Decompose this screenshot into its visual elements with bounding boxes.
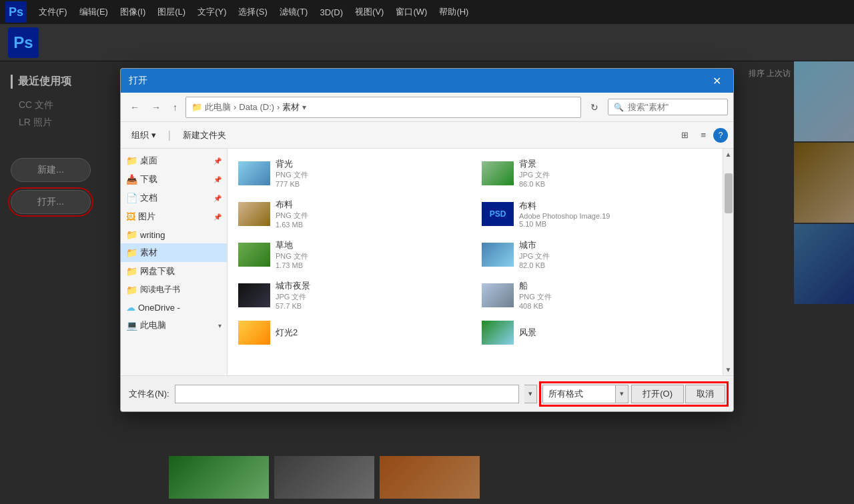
pin-icon-desktop: 📌 [214,157,222,165]
refresh-button[interactable]: ↻ [585,99,604,115]
netdisk-folder-icon: 📁 [126,266,137,277]
toolbar-right: ⊞ ≡ ? [677,127,728,143]
pics-folder-icon: 🖼 [126,211,135,222]
dialog-bottom: 文件名(N): ▾ 所有格式 ▾ 打开(O) 取消 [121,375,733,411]
desktop-folder-icon: 📁 [126,155,137,166]
menu-window[interactable]: 窗口(W) [390,3,432,21]
menu-3d[interactable]: 3D(D) [314,5,348,20]
search-input[interactable] [628,102,715,112]
file-item-beiguang[interactable]: 背光 PNG 文件 777 KB [233,154,474,192]
file-type-buliao1: PNG 文件 [276,211,468,221]
main-area: 最近使用项 CC 文件 LR 照片 新建... 打开... 排序 上次访 打开 … [0,61,854,504]
file-thumb-caodi [238,243,270,267]
filename-dropdown-button[interactable]: ▾ [524,385,537,403]
back-button[interactable]: ← [126,101,143,114]
file-type-yejing: JPG 文件 [276,292,468,302]
open-dialog: 打开 ✕ ← → ↑ 📁 此电脑 › Data (D:) › 素材 ▾ ↻ [120,68,734,412]
material-folder-icon: 📁 [126,247,137,258]
file-item-buliao2[interactable]: PSD 布料 Adobe Photoshop Image.19 5.10 MB [476,195,717,233]
file-size-caodi: 1.73 MB [276,261,468,269]
nav-label-download: 下载 [140,173,211,185]
new-folder-button[interactable]: 新建文件夹 [177,127,232,144]
file-info-fengjing: 风景 [519,327,712,339]
toolbar-separator: | [168,129,171,141]
address-dropdown-button[interactable]: ▾ [300,100,309,115]
menu-filter[interactable]: 滤镜(T) [274,3,314,21]
file-info-caodi: 草地 PNG 文件 1.73 MB [276,239,468,269]
scroll-up-arrow[interactable]: ▲ [723,149,734,160]
file-name-chuan: 船 [519,280,712,292]
file-name-buliao1: 布料 [276,199,468,211]
nav-item-docs[interactable]: 📄 文档 📌 [121,189,227,207]
file-thumb-yejing [238,283,270,307]
menu-text[interactable]: 文字(Y) [192,3,232,21]
writing-folder-icon: 📁 [126,229,137,240]
file-info-beiguang: 背光 PNG 文件 777 KB [276,158,468,188]
filename-label: 文件名(N): [129,388,169,400]
docs-folder-icon: 📄 [126,193,137,203]
file-item-dengguang[interactable]: 灯光2 [233,317,474,349]
forward-button[interactable]: → [147,101,165,114]
menu-view[interactable]: 视图(V) [350,3,389,21]
path-sep-1: › [234,102,236,112]
cancel-button[interactable]: 取消 [685,385,725,403]
up-button[interactable]: ↑ [169,101,181,114]
dialog-close-button[interactable]: ✕ [709,73,725,89]
search-box: 🔍 [608,99,728,115]
nav-item-download[interactable]: 📥 下载 📌 [121,170,227,189]
format-dropdown-button[interactable]: ▾ [616,385,628,403]
nav-item-onedrive[interactable]: ☁ OneDrive - [121,299,227,316]
menu-edit[interactable]: 编辑(E) [74,3,113,21]
file-thumb-fengjing [482,321,514,345]
nav-item-material[interactable]: 📁 素材 [121,243,227,262]
file-item-beijing[interactable]: 背景 JPG 文件 86.0 KB [476,154,717,192]
view-list-button[interactable]: ≡ [696,127,711,143]
address-path[interactable]: 📁 此电脑 › Data (D:) › 素材 ▾ [185,97,581,118]
file-info-buliao1: 布料 PNG 文件 1.63 MB [276,199,468,229]
path-part-1: 此电脑 [205,101,231,113]
scrollbar[interactable]: ▲ ▼ [723,149,733,375]
nav-item-writing[interactable]: 📁 writing [121,226,227,243]
file-item-chengshi[interactable]: 城市 JPG 文件 82.0 KB [476,235,717,273]
scroll-thumb[interactable] [725,173,733,213]
nav-item-desktop[interactable]: 📁 桌面 📌 [121,151,227,170]
open-file-button[interactable]: 打开(O) [631,385,684,403]
file-name-yejing: 城市夜景 [276,280,468,292]
file-name-beijing: 背景 [519,158,712,170]
format-and-buttons-group: 所有格式 ▾ 打开(O) 取消 [542,385,725,403]
dialog-body: 📁 桌面 📌 📥 下载 📌 📄 文档 📌 [121,149,733,375]
psd-label: PSD [490,209,506,219]
scroll-down-arrow[interactable]: ▼ [723,364,734,375]
pin-icon-pictures: 📌 [214,213,222,221]
view-icon-button[interactable]: ⊞ [677,127,693,143]
ps-logo-small: Ps [5,1,27,23]
menubar: Ps 文件(F) 编辑(E) 图像(I) 图层(L) 文字(Y) 选择(S) 滤… [0,0,854,24]
file-item-chuan[interactable]: 船 PNG 文件 408 KB [476,276,717,314]
file-size-yejing: 57.7 KB [276,302,468,310]
file-thumb-beiguang [238,161,270,185]
computer-icon: 💻 [126,320,137,331]
file-item-fengjing[interactable]: 风景 [476,317,717,349]
menu-help[interactable]: 帮助(H) [434,3,474,21]
file-thumb-chengshi [482,243,514,267]
file-type-beijing: JPG 文件 [519,170,712,180]
menu-file[interactable]: 文件(F) [33,3,73,21]
file-item-buliao1[interactable]: 布料 PNG 文件 1.63 MB [233,195,474,233]
nav-item-ebooks[interactable]: 📁 阅读电子书 [121,281,227,299]
nav-item-netdisk[interactable]: 📁 网盘下载 [121,262,227,281]
file-size-beijing: 86.0 KB [519,180,712,188]
file-item-caodi[interactable]: 草地 PNG 文件 1.73 MB [233,235,474,273]
menu-layer[interactable]: 图层(L) [152,3,191,21]
menu-image[interactable]: 图像(I) [115,3,151,21]
filename-input[interactable] [175,385,520,403]
file-item-yejing[interactable]: 城市夜景 JPG 文件 57.7 KB [233,276,474,314]
dialog-title: 打开 [129,75,147,87]
organize-button[interactable]: 组织 ▾ [126,127,161,144]
dialog-addressbar: ← → ↑ 📁 此电脑 › Data (D:) › 素材 ▾ ↻ 🔍 [121,93,733,122]
nav-item-computer[interactable]: 💻 此电脑 ▾ [121,316,227,335]
file-type-beiguang: PNG 文件 [276,170,468,180]
menu-select[interactable]: 选择(S) [233,3,272,21]
help-button[interactable]: ? [713,128,728,143]
file-size-beiguang: 777 KB [276,180,468,188]
nav-item-pictures[interactable]: 🖼 图片 📌 [121,207,227,226]
